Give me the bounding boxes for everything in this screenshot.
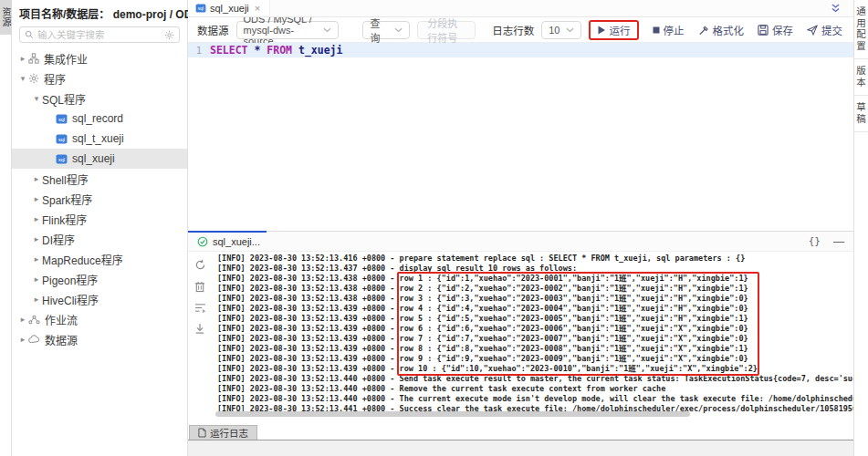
tree-item-label: sql_t_xueji [72,132,124,145]
tab-general-config[interactable]: 通用配置 [854,0,868,59]
sql-editor[interactable]: 1 SELECT * FROM t_xueji [188,43,853,231]
expand-arrow-icon[interactable]: ▸ [31,214,42,223]
integration-icon [28,53,39,64]
tree-item-label: sql_xueji [72,152,115,165]
tree-item-label: Shell程序 [42,171,89,187]
log-line: [INFO] 2023-08-30 13:52:13.440 +0800 - S… [217,374,853,384]
tree-item-label: HiveCli程序 [42,292,99,307]
tree-item[interactable]: ▸Pigeon程序 [12,269,187,289]
refresh-icon[interactable] [194,259,206,271]
sql-file-icon: sql [195,4,206,13]
tree-item[interactable]: ▸HiveCli程序 [12,289,187,309]
tree-item-label: 集成作业 [44,51,88,67]
tree-item[interactable]: sqlsql_t_xueji [12,129,187,149]
tree-item[interactable]: ▸Shell程序 [12,169,187,189]
tab-version[interactable]: 版本 [854,59,868,96]
format-brush-icon [698,25,709,36]
log-output[interactable]: [INFO] 2023-08-30 13:52:13.416 +0800 - p… [212,252,853,424]
expand-arrow-icon[interactable]: ▸ [31,174,42,183]
tab-draft[interactable]: 草稿 [854,96,868,132]
log-line: [INFO] 2023-08-30 13:52:13.439 +0800 - r… [217,334,853,344]
tab-close-icon[interactable]: × [255,3,260,14]
expand-arrow-icon[interactable]: ▸ [31,194,42,203]
right-panel-strip: 通用配置 版本 草稿 [853,0,868,456]
submit-button[interactable]: 提交 [807,23,842,37]
tree-item[interactable]: ▸数据源 [12,329,187,349]
expand-arrow-icon[interactable]: ▸ [17,315,28,324]
log-line: [INFO] 2023-08-30 13:52:13.416 +0800 - p… [217,254,853,264]
log-rows-select[interactable]: 10 [541,21,580,39]
log-line: [INFO] 2023-08-30 13:52:13.439 +0800 - r… [217,354,853,364]
tree-item-label: 程序 [44,71,66,87]
code-braces-icon[interactable]: {} [809,235,821,247]
collapse-double-chevron-icon[interactable] [831,4,841,13]
save-floppy-icon [758,25,769,36]
tree-item-label: MapReduce程序 [42,252,123,267]
minimize-icon[interactable]: — [833,236,844,247]
expand-arrow-icon[interactable]: ▾ [17,74,28,83]
tree-item[interactable]: ▾程序 [12,68,187,88]
svg-text:sql: sql [58,116,65,121]
log-line: [INFO] 2023-08-30 13:52:13.438 +0800 - r… [217,284,853,294]
expand-arrow-icon[interactable]: ▸ [31,275,42,284]
tree-item[interactable]: sqlsql_xueji [12,149,187,169]
run-button-annotation-box: 运行 [589,20,639,40]
svg-text:sql: sql [58,156,65,161]
tree-item[interactable]: ▾SQL程序 [12,88,187,109]
tree-item-label: DI程序 [42,232,75,247]
log-panel-actions: {} — [809,235,844,247]
tree-item[interactable]: sqlsql_record [12,109,187,129]
query-mode-select[interactable]: 查询 [362,21,410,39]
clear-trash-icon[interactable] [194,281,205,293]
log-line: [INFO] 2023-08-30 13:52:13.437 +0800 - d… [217,264,853,274]
download-icon[interactable] [194,323,205,335]
save-button[interactable]: 保存 [758,23,793,37]
log-line: [INFO] 2023-08-30 13:52:13.439 +0800 - r… [217,314,853,324]
main-area: sql sql_xueji × 数据源 ODS / MySQL / mysql-… [188,0,853,456]
expand-arrow-icon[interactable]: ▸ [17,54,28,63]
tree-item[interactable]: ▸Flink程序 [12,209,187,229]
search-input[interactable] [37,29,161,40]
wrap-lines-icon[interactable] [194,303,206,313]
expand-arrow-icon[interactable]: ▸ [31,254,42,264]
svg-text:sql: sql [58,136,65,141]
tree-item[interactable]: ▸作业流 [12,309,187,329]
expand-arrow-icon[interactable]: ▾ [31,94,42,103]
log-result-tab[interactable]: sql_xueji... [197,236,260,247]
editor-toolbar: 数据源 ODS / MySQL / mysql-dws-source 查询 分段… [188,17,853,43]
log-panel: sql_xueji... {} — [188,231,853,424]
datasource-value: ODS / MySQL / mysql-dws-source [244,14,319,47]
code-line-content: SELECT * FROM t_xueji [210,44,342,57]
log-line: [INFO] 2023-08-30 13:52:13.440 +0800 - R… [217,384,853,394]
expand-arrow-icon[interactable]: ▸ [17,335,28,344]
run-button[interactable]: 运行 [597,23,631,37]
editor-tabbar: sql sql_xueji × [188,0,853,17]
tab-sql-xueji[interactable]: sql sql_xueji × [188,0,270,16]
query-mode-value: 查询 [370,16,389,45]
line-number: 1 [188,45,210,56]
tree-item-label: Pigeon程序 [42,272,98,287]
log-panel-body: [INFO] 2023-08-30 13:52:13.416 +0800 - p… [188,252,853,424]
resource-vertical-tab[interactable]: 资源 [0,0,12,35]
file-tree: ▸集成作业▾程序▾SQL程序sqlsql_recordsqlsql_t_xuej… [12,48,187,349]
search-settings-gear-icon[interactable] [164,30,174,40]
app-window: 资源 项目名称/数据层： demo-proj / ODS ▸集成作业▾程序▾SQ… [0,0,868,456]
format-button[interactable]: 格式化 [698,23,745,37]
expand-arrow-icon[interactable]: ▸ [31,234,42,244]
tree-item[interactable]: ▸DI程序 [12,229,187,249]
search-box[interactable] [19,26,180,43]
datasource-select[interactable]: ODS / MySQL / mysql-dws-source [236,21,340,39]
segment-execute-button[interactable]: 分段执行符号 [417,21,476,39]
tree-item[interactable]: ▸集成作业 [12,48,187,68]
run-log-tab[interactable]: 运行日志 [189,425,257,440]
svg-text:sql: sql [198,5,204,11]
stop-button[interactable]: 停止 [653,23,685,37]
log-horizontal-scrollbar[interactable] [215,411,690,417]
chevron-down-icon [566,27,574,33]
tree-item[interactable]: ▸MapReduce程序 [12,249,187,269]
expand-arrow-icon[interactable]: ▸ [31,295,42,304]
sql-icon: sql [56,114,68,124]
tree-item-label: 数据源 [45,332,78,347]
bottom-tabrow: 运行日志 [188,424,853,440]
tree-item[interactable]: ▸Spark程序 [12,189,187,209]
